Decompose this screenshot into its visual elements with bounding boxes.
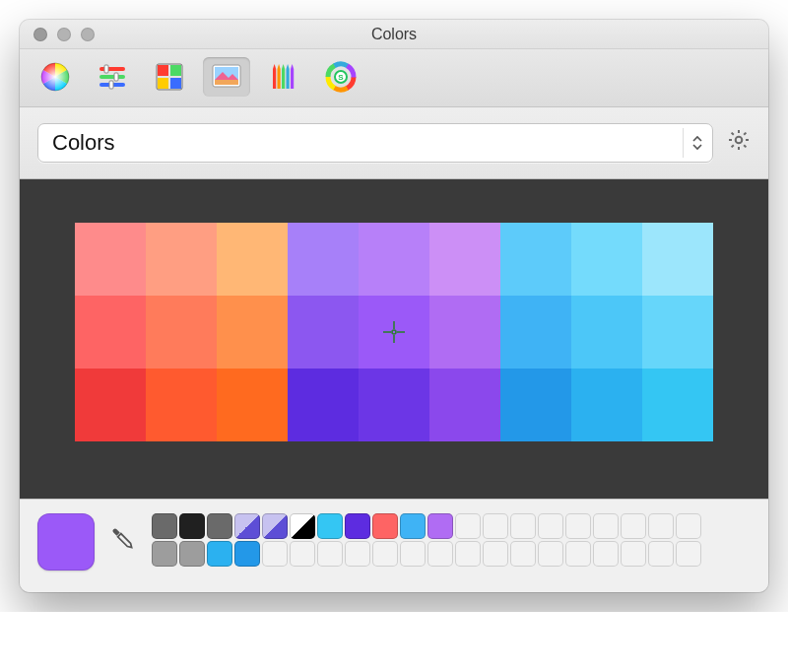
svg-rect-8 (158, 65, 168, 76)
swatch-slot[interactable] (510, 513, 536, 539)
swatch-slot[interactable] (648, 513, 674, 539)
svg-line-41 (744, 145, 746, 147)
palette-cell[interactable] (75, 296, 146, 369)
swatch-slot[interactable] (593, 513, 619, 539)
palette-cell[interactable] (75, 223, 146, 296)
svg-line-42 (732, 145, 734, 147)
swatch-slot[interactable] (510, 541, 536, 567)
swatch-slot[interactable] (152, 541, 177, 567)
minimize-window-button[interactable] (57, 28, 71, 41)
swatch-slot[interactable] (427, 513, 453, 539)
palette-cell[interactable] (146, 369, 217, 441)
swatch-slot[interactable] (400, 541, 426, 567)
image-icon (211, 61, 242, 93)
palette-cell[interactable] (642, 369, 713, 441)
palette-cell[interactable] (429, 223, 500, 296)
swatch-slot[interactable] (372, 513, 398, 539)
palette-cell[interactable] (75, 369, 146, 441)
swatch-slot[interactable] (538, 513, 563, 539)
swatch-slot[interactable] (676, 513, 701, 539)
swatch-slot[interactable] (621, 541, 646, 567)
swatch-slot[interactable] (317, 541, 343, 567)
palette-cell[interactable] (359, 223, 429, 296)
zoom-window-button[interactable] (81, 28, 95, 41)
palette-cell[interactable] (217, 296, 288, 369)
color-sliders-tab[interactable] (89, 57, 136, 97)
palette-cell[interactable] (288, 296, 359, 369)
svg-rect-10 (158, 78, 168, 89)
svg-rect-18 (278, 69, 281, 89)
palette-cell[interactable] (642, 296, 713, 369)
swatch-slot[interactable] (565, 513, 591, 539)
svg-marker-23 (278, 64, 281, 69)
svg-rect-9 (170, 65, 181, 76)
palette-cell[interactable] (500, 223, 571, 296)
swatch-slot[interactable] (455, 541, 481, 567)
palette-cell[interactable] (146, 223, 217, 296)
swatch-slot[interactable] (290, 513, 315, 539)
swatch-slot[interactable] (317, 513, 343, 539)
swatch-slot[interactable] (345, 513, 370, 539)
swatch-slot[interactable] (593, 541, 619, 567)
swatch-slot[interactable] (234, 513, 260, 539)
palette-cell[interactable] (500, 296, 571, 369)
palette-cell[interactable] (642, 223, 713, 296)
swatch-slot[interactable] (621, 513, 646, 539)
palette-cell[interactable] (217, 223, 288, 296)
eyedropper-icon[interactable] (110, 526, 136, 559)
image-palettes-tab[interactable] (203, 57, 250, 97)
sliders-icon (97, 61, 128, 93)
swatch-slot[interactable] (207, 513, 232, 539)
palette-cell[interactable] (217, 369, 288, 441)
gear-icon[interactable] (727, 128, 751, 158)
color-palettes-tab[interactable] (146, 57, 193, 97)
pencils-tab[interactable] (260, 57, 307, 97)
swatch-slot[interactable] (234, 541, 260, 567)
swatch-slot[interactable] (179, 541, 205, 567)
svg-rect-6 (114, 73, 118, 81)
svg-rect-5 (104, 65, 108, 73)
palette-cell[interactable] (429, 296, 500, 369)
palette-cell[interactable] (146, 296, 217, 369)
swatch-slot[interactable] (455, 513, 481, 539)
swatch-slot[interactable] (427, 541, 453, 567)
swatch-slot[interactable] (179, 513, 205, 539)
swatch-slot[interactable] (262, 541, 288, 567)
svg-rect-20 (287, 69, 290, 89)
palette-grid[interactable] (75, 223, 713, 441)
swatch-slot[interactable] (676, 541, 701, 567)
palette-cell[interactable] (571, 223, 642, 296)
swatch-slot[interactable] (152, 513, 177, 539)
palette-select[interactable]: Colors (37, 123, 713, 163)
current-color-swatch[interactable] (37, 513, 95, 571)
palette-cell[interactable] (288, 223, 359, 296)
spectrum-tab[interactable]: S (317, 57, 364, 97)
picker-mode-toolbar: S (20, 49, 768, 107)
palette-cell[interactable] (500, 369, 571, 441)
swatch-slot[interactable] (483, 541, 508, 567)
swatch-slot[interactable] (372, 541, 398, 567)
swatch-slot[interactable] (565, 541, 591, 567)
swatch-slot[interactable] (207, 541, 232, 567)
palette-selector-row: Colors (20, 107, 768, 179)
svg-rect-19 (282, 69, 285, 89)
palette-cell[interactable] (571, 296, 642, 369)
swatch-slot[interactable] (483, 513, 508, 539)
swatch-slot[interactable] (262, 513, 288, 539)
swatch-slot[interactable] (648, 541, 674, 567)
palette-cell[interactable] (359, 369, 429, 441)
swatch-slot[interactable] (400, 513, 426, 539)
svg-line-43 (744, 133, 746, 135)
color-wheel-tab[interactable] (32, 57, 79, 97)
window-title: Colors (20, 26, 768, 43)
palette-cell[interactable] (571, 369, 642, 441)
svg-text:S: S (338, 73, 344, 82)
palette-cell[interactable] (359, 296, 429, 369)
palette-cell[interactable] (429, 369, 500, 441)
swatch-slot[interactable] (538, 541, 563, 567)
palette-cell[interactable] (288, 369, 359, 441)
swatch-slot[interactable] (345, 541, 370, 567)
swatch-slot[interactable] (290, 541, 315, 567)
saved-swatches (152, 513, 751, 567)
close-window-button[interactable] (33, 28, 47, 41)
